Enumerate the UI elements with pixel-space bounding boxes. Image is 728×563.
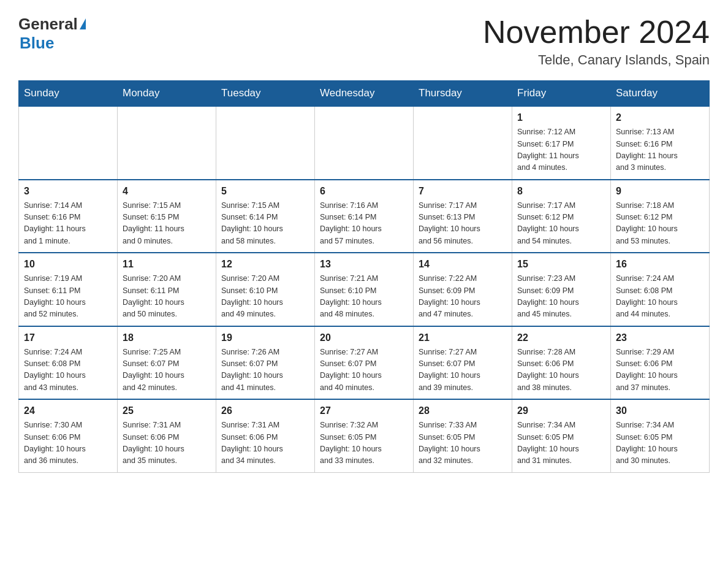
day-info: Sunrise: 7:23 AMSunset: 6:09 PMDaylight:… <box>517 273 605 321</box>
header: General Blue November 2024 Telde, Canary… <box>18 15 710 68</box>
calendar-cell: 17Sunrise: 7:24 AMSunset: 6:08 PMDayligh… <box>19 326 118 400</box>
calendar-cell <box>118 106 216 180</box>
day-info: Sunrise: 7:18 AMSunset: 6:12 PMDaylight:… <box>616 200 704 248</box>
calendar-cell: 22Sunrise: 7:28 AMSunset: 6:06 PMDayligh… <box>512 326 611 400</box>
day-info: Sunrise: 7:21 AMSunset: 6:10 PMDaylight:… <box>320 273 408 321</box>
day-number: 6 <box>320 184 408 199</box>
calendar-cell: 9Sunrise: 7:18 AMSunset: 6:12 PMDaylight… <box>611 180 710 253</box>
month-year-title: November 2024 <box>483 15 710 50</box>
day-number: 26 <box>221 404 309 418</box>
day-info: Sunrise: 7:33 AMSunset: 6:05 PMDaylight:… <box>419 419 507 467</box>
day-number: 13 <box>320 257 408 272</box>
day-number: 2 <box>616 110 704 125</box>
title-area: November 2024 Telde, Canary Islands, Spa… <box>483 15 710 68</box>
calendar-week-row: 3Sunrise: 7:14 AMSunset: 6:16 PMDaylight… <box>19 180 710 253</box>
calendar-cell: 24Sunrise: 7:30 AMSunset: 6:06 PMDayligh… <box>19 399 118 472</box>
calendar-cell: 18Sunrise: 7:25 AMSunset: 6:07 PMDayligh… <box>118 326 216 400</box>
calendar-cell: 3Sunrise: 7:14 AMSunset: 6:16 PMDaylight… <box>19 180 118 253</box>
calendar-cell: 11Sunrise: 7:20 AMSunset: 6:11 PMDayligh… <box>118 253 216 326</box>
day-info: Sunrise: 7:19 AMSunset: 6:11 PMDaylight:… <box>24 273 112 321</box>
logo: General Blue <box>18 15 86 53</box>
day-number: 27 <box>320 404 408 418</box>
calendar-cell: 1Sunrise: 7:12 AMSunset: 6:17 PMDaylight… <box>512 106 611 180</box>
calendar-cell: 25Sunrise: 7:31 AMSunset: 6:06 PMDayligh… <box>118 399 216 472</box>
calendar-cell: 30Sunrise: 7:34 AMSunset: 6:05 PMDayligh… <box>611 399 710 472</box>
calendar-cell: 14Sunrise: 7:22 AMSunset: 6:09 PMDayligh… <box>414 253 512 326</box>
day-number: 21 <box>419 331 507 345</box>
day-info: Sunrise: 7:20 AMSunset: 6:11 PMDaylight:… <box>123 273 211 321</box>
day-info: Sunrise: 7:15 AMSunset: 6:15 PMDaylight:… <box>123 200 211 248</box>
calendar-cell: 2Sunrise: 7:13 AMSunset: 6:16 PMDaylight… <box>611 106 710 180</box>
calendar-cell: 5Sunrise: 7:15 AMSunset: 6:14 PMDaylight… <box>216 180 315 253</box>
day-info: Sunrise: 7:24 AMSunset: 6:08 PMDaylight:… <box>24 347 112 394</box>
day-number: 8 <box>517 184 605 199</box>
calendar-cell <box>19 106 118 180</box>
day-number: 28 <box>419 404 507 418</box>
day-number: 18 <box>123 331 211 345</box>
weekday-header-monday: Monday <box>118 81 216 107</box>
logo-general-text: General <box>18 15 78 34</box>
location-subtitle: Telde, Canary Islands, Spain <box>483 52 710 68</box>
calendar-cell: 8Sunrise: 7:17 AMSunset: 6:12 PMDaylight… <box>512 180 611 253</box>
calendar-week-row: 1Sunrise: 7:12 AMSunset: 6:17 PMDaylight… <box>19 106 710 180</box>
calendar-week-row: 24Sunrise: 7:30 AMSunset: 6:06 PMDayligh… <box>19 399 710 472</box>
day-number: 24 <box>24 404 112 418</box>
day-number: 22 <box>517 331 605 345</box>
day-info: Sunrise: 7:27 AMSunset: 6:07 PMDaylight:… <box>419 347 507 394</box>
day-number: 4 <box>123 184 211 199</box>
day-number: 9 <box>616 184 704 199</box>
calendar-cell: 15Sunrise: 7:23 AMSunset: 6:09 PMDayligh… <box>512 253 611 326</box>
calendar-week-row: 10Sunrise: 7:19 AMSunset: 6:11 PMDayligh… <box>19 253 710 326</box>
day-number: 3 <box>24 184 112 199</box>
day-number: 11 <box>123 257 211 272</box>
calendar-cell <box>414 106 512 180</box>
day-info: Sunrise: 7:15 AMSunset: 6:14 PMDaylight:… <box>221 200 309 248</box>
day-info: Sunrise: 7:17 AMSunset: 6:13 PMDaylight:… <box>419 200 507 248</box>
calendar-cell: 21Sunrise: 7:27 AMSunset: 6:07 PMDayligh… <box>414 326 512 400</box>
day-info: Sunrise: 7:16 AMSunset: 6:14 PMDaylight:… <box>320 200 408 248</box>
day-info: Sunrise: 7:34 AMSunset: 6:05 PMDaylight:… <box>517 419 605 467</box>
day-info: Sunrise: 7:26 AMSunset: 6:07 PMDaylight:… <box>221 347 309 394</box>
calendar-cell: 26Sunrise: 7:31 AMSunset: 6:06 PMDayligh… <box>216 399 315 472</box>
day-info: Sunrise: 7:13 AMSunset: 6:16 PMDaylight:… <box>616 126 704 174</box>
calendar-cell: 23Sunrise: 7:29 AMSunset: 6:06 PMDayligh… <box>611 326 710 400</box>
weekday-header-wednesday: Wednesday <box>315 81 414 107</box>
calendar-table: SundayMondayTuesdayWednesdayThursdayFrid… <box>18 80 710 473</box>
day-number: 1 <box>517 110 605 125</box>
calendar-cell: 20Sunrise: 7:27 AMSunset: 6:07 PMDayligh… <box>315 326 414 400</box>
day-number: 10 <box>24 257 112 272</box>
day-info: Sunrise: 7:17 AMSunset: 6:12 PMDaylight:… <box>517 200 605 248</box>
day-number: 23 <box>616 331 704 345</box>
day-number: 14 <box>419 257 507 272</box>
day-info: Sunrise: 7:22 AMSunset: 6:09 PMDaylight:… <box>419 273 507 321</box>
weekday-header-tuesday: Tuesday <box>216 81 315 107</box>
weekday-header-friday: Friday <box>512 81 611 107</box>
calendar-cell: 16Sunrise: 7:24 AMSunset: 6:08 PMDayligh… <box>611 253 710 326</box>
day-number: 29 <box>517 404 605 418</box>
logo-blue-text: Blue <box>20 34 54 53</box>
logo-triangle-icon <box>80 18 86 29</box>
day-number: 16 <box>616 257 704 272</box>
calendar-cell: 19Sunrise: 7:26 AMSunset: 6:07 PMDayligh… <box>216 326 315 400</box>
day-info: Sunrise: 7:32 AMSunset: 6:05 PMDaylight:… <box>320 419 408 467</box>
day-number: 19 <box>221 331 309 345</box>
day-info: Sunrise: 7:27 AMSunset: 6:07 PMDaylight:… <box>320 347 408 394</box>
day-info: Sunrise: 7:29 AMSunset: 6:06 PMDaylight:… <box>616 347 704 394</box>
day-number: 30 <box>616 404 704 418</box>
day-number: 7 <box>419 184 507 199</box>
day-number: 12 <box>221 257 309 272</box>
calendar-cell: 27Sunrise: 7:32 AMSunset: 6:05 PMDayligh… <box>315 399 414 472</box>
day-info: Sunrise: 7:31 AMSunset: 6:06 PMDaylight:… <box>221 419 309 467</box>
weekday-header-sunday: Sunday <box>19 81 118 107</box>
day-info: Sunrise: 7:25 AMSunset: 6:07 PMDaylight:… <box>123 347 211 394</box>
day-number: 5 <box>221 184 309 199</box>
calendar-cell: 10Sunrise: 7:19 AMSunset: 6:11 PMDayligh… <box>19 253 118 326</box>
calendar-cell: 4Sunrise: 7:15 AMSunset: 6:15 PMDaylight… <box>118 180 216 253</box>
day-number: 25 <box>123 404 211 418</box>
day-info: Sunrise: 7:28 AMSunset: 6:06 PMDaylight:… <box>517 347 605 394</box>
calendar-cell: 12Sunrise: 7:20 AMSunset: 6:10 PMDayligh… <box>216 253 315 326</box>
day-info: Sunrise: 7:24 AMSunset: 6:08 PMDaylight:… <box>616 273 704 321</box>
day-info: Sunrise: 7:34 AMSunset: 6:05 PMDaylight:… <box>616 419 704 467</box>
day-info: Sunrise: 7:14 AMSunset: 6:16 PMDaylight:… <box>24 200 112 248</box>
calendar-cell <box>216 106 315 180</box>
